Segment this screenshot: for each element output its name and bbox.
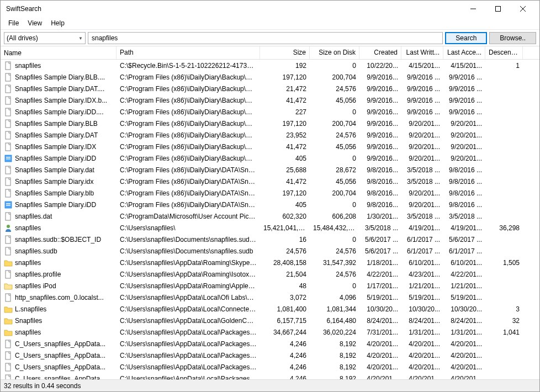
- cell-last-accessed: 8/24/201...: [443, 317, 485, 325]
- cell-last-written: 9/20/201...: [401, 201, 443, 209]
- browse-button[interactable]: Browse..: [489, 32, 536, 44]
- cell-name: Snapfiles Sample Diary.idx: [1, 177, 117, 186]
- menu-help[interactable]: Help: [46, 18, 69, 28]
- file-name: Snapfiles Sample Diary.IDX.b...: [15, 97, 107, 104]
- cell-name: Snapfiles Sample Diary.iDD....: [1, 108, 117, 116]
- file-icon: [4, 142, 13, 151]
- file-name: Snapfiles: [15, 317, 42, 325]
- col-last-accessed[interactable]: Last Acce...: [443, 46, 485, 59]
- cell-name: snapfiles.dat: [1, 212, 117, 221]
- cell-path: C:\Users\snapfiles\AppData\Roaming\Skype…: [117, 259, 260, 267]
- cell-last-accessed: 4/20/201...: [443, 352, 485, 359]
- table-row[interactable]: snapfiles.datC:\ProgramData\Microsoft\Us…: [1, 210, 539, 222]
- table-row[interactable]: snapfiles.sudbC:\Users\snapfiles\Documen…: [1, 245, 539, 257]
- cell-size-on-disk: 15,484,432,384: [310, 224, 359, 232]
- cell-path: C:\Users\snapfiles\AppData\Roaming\Isoto…: [117, 271, 260, 278]
- cell-created: 1/18/201...: [359, 259, 401, 267]
- cell-name: Snapfiles Sample Diary.BLB: [1, 119, 117, 128]
- app-window: SwiftSearch File View Help (All drives) …: [0, 0, 540, 392]
- table-row[interactable]: SnapfilesC:\Users\snapfiles\AppData\Loca…: [1, 315, 539, 326]
- table-row[interactable]: snapfiles.profileC:\Users\snapfiles\AppD…: [1, 268, 539, 280]
- col-created[interactable]: Created: [359, 46, 401, 59]
- file-name: snapfiles: [15, 62, 41, 70]
- file-name: Snapfiles Sample Diary.DAT....: [15, 85, 104, 93]
- table-row[interactable]: Snapfiles Sample Diary.BLB....C:\Program…: [1, 71, 539, 83]
- cell-last-accessed: 6/10/201...: [443, 259, 485, 267]
- cell-size-on-disk: 24,576: [310, 271, 359, 278]
- menu-view[interactable]: View: [23, 18, 46, 28]
- cell-last-accessed: 9/20/201...: [443, 155, 485, 162]
- cell-size: 602,320: [260, 213, 310, 220]
- cell-size-on-disk: 606,208: [310, 213, 359, 220]
- menu-file[interactable]: File: [4, 18, 23, 28]
- folder-icon: [4, 328, 13, 337]
- search-button[interactable]: Search: [445, 32, 487, 44]
- table-row[interactable]: C_Users_snapfiles_AppData...C:\Users\sna…: [1, 349, 539, 361]
- cell-name: Snapfiles Sample Diary.dat: [1, 166, 117, 174]
- cell-last-accessed: 9/9/2016 ...: [443, 73, 485, 81]
- table-row[interactable]: Snapfiles Sample Diary.IDX.b...C:\Progra…: [1, 94, 539, 106]
- cell-last-written: 8/24/201...: [401, 317, 443, 325]
- cell-size-on-disk: 8,192: [310, 340, 359, 348]
- col-last-written[interactable]: Last Writt...: [401, 46, 443, 59]
- cell-created: 9/9/2016...: [359, 73, 401, 81]
- cell-created: 4/20/201...: [359, 340, 401, 348]
- table-row[interactable]: snapfilesC:\$Recycle.Bin\S-1-5-21-102226…: [1, 60, 539, 71]
- cell-size-on-disk: 200,704: [310, 189, 359, 197]
- maximize-button[interactable]: [485, 1, 510, 17]
- table-row[interactable]: Snapfiles Sample Diary.blbC:\Program Fil…: [1, 187, 539, 199]
- table-row[interactable]: snapfilesC:\Users\snapfiles\AppData\Roam…: [1, 257, 539, 268]
- table-body[interactable]: snapfilesC:\$Recycle.Bin\S-1-5-21-102226…: [1, 60, 539, 379]
- file-icon: [4, 119, 13, 128]
- col-name[interactable]: Name: [1, 46, 117, 59]
- table-row[interactable]: C_Users_snapfiles_AppData...C:\Users\sna…: [1, 373, 539, 379]
- file-name: snapfiles.sudb::$OBJECT_ID: [15, 236, 101, 243]
- table-row[interactable]: Snapfiles Sample Diary.iDDC:\Program Fil…: [1, 199, 539, 210]
- table-row[interactable]: snapfilesC:\Users\snapfiles\AppData\Loca…: [1, 326, 539, 338]
- table-row[interactable]: Snapfiles Sample Diary.DAT....C:\Program…: [1, 83, 539, 94]
- table-row[interactable]: C_Users_snapfiles_AppData...C:\Users\sna…: [1, 361, 539, 373]
- table-row[interactable]: Snapfiles Sample Diary.datC:\Program Fil…: [1, 164, 539, 176]
- cell-last-accessed: 9/8/2016 ...: [443, 166, 485, 174]
- minimize-button[interactable]: [460, 1, 485, 17]
- table-row[interactable]: C_Users_snapfiles_AppData...C:\Users\sna…: [1, 338, 539, 349]
- table-row[interactable]: Snapfiles Sample Diary.idxC:\Program Fil…: [1, 176, 539, 187]
- cell-last-written: 10/30/20...: [401, 305, 443, 313]
- search-input[interactable]: [88, 32, 443, 44]
- table-row[interactable]: L.snapfilesC:\Users\snapfiles\AppData\Lo…: [1, 303, 539, 315]
- table-row[interactable]: Snapfiles Sample Diary.BLBC:\Program Fil…: [1, 118, 539, 129]
- results-table: Name Path Size Size on Disk Created Last…: [1, 46, 539, 379]
- table-row[interactable]: snapfiles.sudb::$OBJECT_IDC:\Users\snapf…: [1, 234, 539, 245]
- folder-icon: [4, 305, 13, 314]
- cell-last-written: 5/19/201...: [401, 294, 443, 301]
- table-row[interactable]: Snapfiles Sample Diary.IDXC:\Program Fil…: [1, 141, 539, 152]
- cell-created: 8/24/201...: [359, 317, 401, 325]
- file-name: C_Users_snapfiles_AppData...: [15, 340, 105, 348]
- cell-size: 3,072: [260, 294, 310, 301]
- table-row[interactable]: Snapfiles Sample Diary.iDD....C:\Program…: [1, 106, 539, 118]
- cell-last-written: 3/5/2018 ...: [401, 166, 443, 174]
- cell-last-accessed: 9/20/201...: [443, 120, 485, 128]
- table-row[interactable]: snapfilesC:\Users\snapfiles\15,421,041,4…: [1, 222, 539, 234]
- cell-last-accessed: 1/31/201...: [443, 329, 485, 336]
- cell-size-on-disk: 45,056: [310, 178, 359, 186]
- cell-name: Snapfiles Sample Diary.iDD: [1, 154, 117, 163]
- close-button[interactable]: [510, 1, 535, 17]
- table-row[interactable]: Snapfiles Sample Diary.DATC:\Program Fil…: [1, 129, 539, 141]
- cell-size: 41,472: [260, 97, 310, 104]
- col-path[interactable]: Path: [117, 46, 260, 59]
- col-size[interactable]: Size: [260, 46, 310, 59]
- table-row[interactable]: snapfiles iPodC:\Users\snapfiles\AppData…: [1, 280, 539, 292]
- cell-size: 197,120: [260, 189, 310, 197]
- cell-size-on-disk: 0: [310, 236, 359, 243]
- drive-selector[interactable]: (All drives) ▼: [4, 32, 86, 44]
- cell-path: C:\Program Files (x86)\iDailyDiary\DATA\…: [117, 201, 260, 209]
- cell-name: Snapfiles Sample Diary.IDX.b...: [1, 96, 117, 105]
- cell-path: C:\Users\snapfiles\Documents\snapfiles.s…: [117, 236, 260, 243]
- cell-created: 9/8/2016...: [359, 166, 401, 174]
- table-row[interactable]: http_snapfiles.com_0.localst...C:\Users\…: [1, 292, 539, 303]
- table-row[interactable]: Snapfiles Sample Diary.iDDC:\Program Fil…: [1, 152, 539, 164]
- cell-name: snapfiles.sudb::$OBJECT_ID: [1, 235, 117, 244]
- col-size-on-disk[interactable]: Size on Disk: [310, 46, 359, 59]
- col-descendants[interactable]: Descend...: [485, 46, 523, 59]
